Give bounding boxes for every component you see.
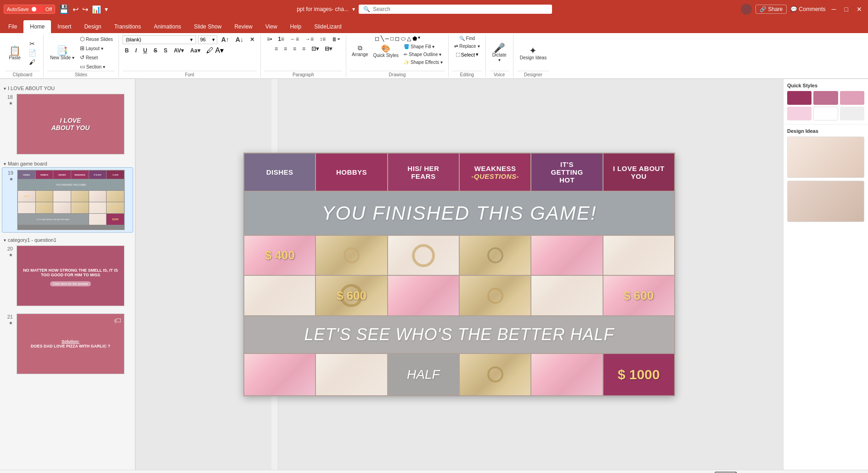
- reset-button[interactable]: ↺ Reset: [78, 53, 115, 62]
- slide-item-20[interactable]: 20 ★ NO MATTER HOW STRONG THE SMELL IS, …: [2, 244, 133, 308]
- section-arrow-18[interactable]: ▾: [4, 86, 6, 91]
- cell-r4-6[interactable]: $ 600: [603, 276, 674, 315]
- cell-bottom-4[interactable]: [460, 354, 530, 395]
- slide-item-21[interactable]: 21 ★ 🏷 Solution: DOES DAD LOVE PIZZA WIT…: [2, 312, 133, 376]
- smart-art-button[interactable]: ⊟▾: [322, 45, 334, 53]
- cell-r4-1[interactable]: [244, 276, 315, 315]
- slide-thumb-18[interactable]: I LOVEABOUT YOU: [17, 94, 124, 154]
- tab-view[interactable]: View: [259, 20, 284, 33]
- dictate-button[interactable]: 🎤 Dictate ▾: [490, 41, 509, 64]
- font-size-dropdown[interactable]: 96 ▾: [198, 35, 217, 44]
- tab-home[interactable]: Home: [23, 20, 51, 33]
- restore-button[interactable]: □: [842, 5, 851, 14]
- bullets-button[interactable]: ≡•: [265, 35, 274, 43]
- shape-1[interactable]: ◻: [374, 35, 380, 42]
- change-case-button[interactable]: Aa▾: [188, 46, 202, 55]
- tab-animations[interactable]: Animations: [147, 20, 187, 33]
- shape-5[interactable]: ◻: [395, 35, 400, 42]
- style-swatch-2[interactable]: [813, 91, 838, 105]
- increase-font-button[interactable]: A↑: [219, 35, 231, 44]
- shape-6[interactable]: ⬭: [400, 35, 406, 42]
- cell-r4-3[interactable]: [388, 276, 459, 315]
- shadow-button[interactable]: S: [161, 46, 169, 55]
- char-spacing-button[interactable]: AV▾: [171, 46, 186, 55]
- comments-button[interactable]: 💬 Comments: [790, 6, 825, 12]
- cell-bottom-2[interactable]: [316, 354, 387, 395]
- cell-r3-2[interactable]: [316, 236, 387, 275]
- user-avatar[interactable]: [741, 4, 752, 15]
- style-swatch-4[interactable]: [787, 107, 812, 120]
- style-swatch-6[interactable]: [840, 107, 864, 120]
- strikethrough-button[interactable]: S: [151, 46, 159, 55]
- slide-thumb-20[interactable]: NO MATTER HOW STRONG THE SMELL IS, IT IS…: [17, 245, 124, 306]
- underline-button[interactable]: U: [141, 46, 150, 55]
- layout-button[interactable]: ⊞ Layout ▾: [78, 44, 115, 52]
- dropdown-arrow[interactable]: ▾: [352, 6, 355, 12]
- slide-item-18[interactable]: 18 ★ I LOVEABOUT YOU: [2, 92, 133, 156]
- more-shapes[interactable]: ▾: [418, 35, 420, 42]
- reuse-slides-button[interactable]: ⬡ Reuse Slides: [78, 35, 115, 43]
- find-button[interactable]: 🔍 Find: [457, 35, 477, 42]
- cut-button[interactable]: ✂: [25, 40, 39, 48]
- cell-bottom-6[interactable]: $ 1000: [603, 354, 674, 395]
- tab-slideshow[interactable]: Slide Show: [187, 20, 228, 33]
- shape-8[interactable]: ⬟: [412, 35, 417, 42]
- cell-bottom-3[interactable]: HALF: [388, 354, 459, 395]
- slide-item-19[interactable]: 19 ★ DISHES HOBBYS HIS/HER WEAKNESS IT'S…: [2, 167, 133, 233]
- cell-r4-5[interactable]: [531, 276, 602, 315]
- font-name-dropdown[interactable]: (blank) ▾: [123, 35, 196, 44]
- bold-button[interactable]: B: [123, 46, 131, 55]
- replace-button[interactable]: ⇄ Replace ▾: [452, 43, 482, 50]
- share-button[interactable]: 🔗 Share: [755, 5, 787, 14]
- section-button[interactable]: ▭ Section ▾: [78, 63, 115, 71]
- line-spacing-button[interactable]: ↕≡: [317, 35, 328, 43]
- cell-bottom-5[interactable]: [531, 354, 602, 395]
- decrease-indent-button[interactable]: ←≡: [288, 35, 301, 43]
- tab-insert[interactable]: Insert: [51, 20, 78, 33]
- align-left-button[interactable]: ≡: [272, 45, 280, 53]
- autosave-badge[interactable]: AutoSave Off: [4, 5, 55, 14]
- text-direction-button[interactable]: ⊡▾: [309, 45, 321, 53]
- quick-styles-button[interactable]: 🎨 Quick Styles: [372, 43, 401, 66]
- design-ideas-button[interactable]: ✦ Design Ideas: [517, 44, 549, 62]
- justify-button[interactable]: ≡: [300, 45, 308, 53]
- save-icon[interactable]: 💾: [59, 4, 69, 14]
- more-icon[interactable]: ▾: [105, 6, 108, 13]
- shape-outline-button[interactable]: ✏Shape Outline ▾: [402, 51, 445, 58]
- align-center-button[interactable]: ≡: [282, 45, 289, 53]
- close-button[interactable]: ✕: [854, 5, 864, 14]
- design-idea-2[interactable]: [787, 181, 864, 222]
- increase-indent-button[interactable]: →≡: [303, 35, 316, 43]
- style-swatch-3[interactable]: [840, 91, 864, 105]
- italic-button[interactable]: I: [133, 46, 139, 55]
- select-dropdown[interactable]: ⬚ Select ▾: [454, 51, 481, 58]
- style-swatch-1[interactable]: [787, 91, 812, 105]
- numbering-button[interactable]: 1≡: [276, 35, 287, 43]
- tab-help[interactable]: Help: [284, 20, 308, 33]
- minimize-button[interactable]: ─: [829, 5, 839, 14]
- shape-2[interactable]: ╲: [380, 35, 384, 42]
- cell-r3-3[interactable]: [388, 236, 459, 275]
- design-idea-1[interactable]: [787, 137, 864, 178]
- tab-file[interactable]: File: [2, 20, 23, 33]
- cell-r4-4[interactable]: [460, 276, 530, 315]
- cell-bottom-1[interactable]: [244, 354, 315, 395]
- tab-transitions[interactable]: Transitions: [108, 20, 147, 33]
- section-arrow-19[interactable]: ▾: [4, 161, 6, 166]
- canvas-area[interactable]: DISHES HOBBYS HIS/ HERFEARS WEAKNESS-QUE…: [135, 79, 783, 470]
- undo-icon[interactable]: ↩: [73, 5, 79, 14]
- search-input[interactable]: [373, 6, 547, 12]
- slide-thumb-21[interactable]: 🏷 Solution: DOES DAD LOVE PIZZA WITH GAR…: [17, 313, 124, 374]
- redo-icon[interactable]: ↪: [82, 5, 88, 14]
- arrange-button[interactable]: ⧉ Arrange: [350, 43, 370, 66]
- slide-20-link[interactable]: Click here for the answer: [50, 281, 91, 286]
- cell-r4-2[interactable]: $ 600: [316, 276, 387, 315]
- cell-r3-1[interactable]: $ 400: [244, 236, 315, 275]
- new-slide-button[interactable]: 📑 New Slide ▾: [47, 44, 77, 62]
- copy-button[interactable]: 📄: [25, 49, 39, 57]
- highlight-button[interactable]: 🖊: [206, 46, 214, 55]
- slide-thumb-19[interactable]: DISHES HOBBYS HIS/HER WEAKNESS IT'S HOT …: [17, 170, 125, 230]
- shape-3[interactable]: ─: [385, 35, 390, 42]
- shape-fill-button[interactable]: 🪣Shape Fill ▾: [402, 43, 445, 50]
- cell-r3-5[interactable]: [531, 236, 602, 275]
